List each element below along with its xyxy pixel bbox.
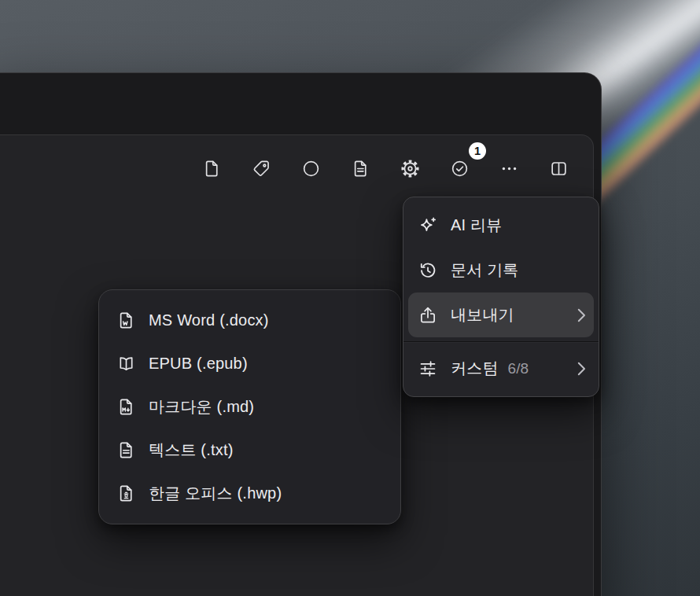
submenu-item-epub[interactable]: EPUB (.epub) bbox=[106, 342, 393, 385]
submenu-item-label: 텍스트 (.txt) bbox=[149, 440, 234, 461]
menu-item-export[interactable]: 내보내기 bbox=[408, 292, 594, 337]
new-file-button[interactable] bbox=[202, 159, 222, 178]
menu-item-label: 문서 기록 bbox=[451, 259, 519, 281]
book-open-icon bbox=[116, 354, 136, 373]
export-submenu: MS Word (.docx) EPUB (.epub) 마크다운 (. bbox=[98, 289, 401, 524]
chevron-right-icon bbox=[577, 308, 586, 322]
document-icon bbox=[351, 159, 370, 178]
custom-count: 6/8 bbox=[508, 360, 529, 377]
submenu-item-markdown[interactable]: 마크다운 (.md) bbox=[106, 385, 393, 429]
menu-item-label: 커스텀 bbox=[451, 358, 499, 379]
menu-item-ai-review[interactable]: AI 리뷰 bbox=[408, 203, 594, 248]
toolbar: 1 bbox=[0, 135, 593, 201]
overflow-menu: AI 리뷰 문서 기록 내보내기 bbox=[403, 197, 599, 397]
export-upload-icon bbox=[418, 305, 438, 326]
screen: 1 bbox=[0, 0, 700, 596]
split-view-icon bbox=[549, 159, 569, 178]
submenu-item-label: 마크다운 (.md) bbox=[149, 396, 254, 418]
more-options-button[interactable] bbox=[499, 159, 519, 178]
menu-item-document-history[interactable]: 문서 기록 bbox=[408, 248, 594, 292]
new-file-icon bbox=[202, 159, 222, 178]
tasks-check-button[interactable]: 1 bbox=[450, 159, 470, 178]
chevron-right-icon bbox=[577, 362, 586, 376]
sliders-icon bbox=[418, 359, 438, 379]
menu-item-label: AI 리뷰 bbox=[451, 215, 502, 236]
tag-icon bbox=[252, 159, 271, 178]
submenu-item-ms-word[interactable]: MS Word (.docx) bbox=[106, 299, 393, 342]
menu-item-label: 내보내기 bbox=[451, 304, 514, 326]
file-markdown-icon bbox=[116, 397, 136, 417]
tag-button[interactable] bbox=[252, 159, 271, 178]
submenu-item-hangul-office[interactable]: 한글 오피스 (.hwp) bbox=[106, 472, 393, 515]
check-circle-icon bbox=[450, 159, 470, 178]
gear-icon bbox=[400, 159, 420, 178]
submenu-item-label: 한글 오피스 (.hwp) bbox=[149, 483, 282, 504]
record-circle-button[interactable] bbox=[301, 159, 321, 178]
submenu-item-text[interactable]: 텍스트 (.txt) bbox=[106, 429, 393, 472]
submenu-item-label: EPUB (.epub) bbox=[149, 355, 248, 373]
notification-badge: 1 bbox=[469, 142, 486, 160]
history-clock-icon bbox=[418, 260, 438, 281]
file-hangul-icon bbox=[116, 484, 136, 503]
document-button[interactable] bbox=[351, 159, 370, 178]
window-titlebar bbox=[0, 73, 601, 134]
file-text-icon bbox=[116, 440, 136, 460]
menu-divider bbox=[403, 341, 599, 342]
menu-item-custom[interactable]: 커스텀 6/8 bbox=[408, 346, 594, 391]
split-view-button[interactable] bbox=[549, 159, 569, 178]
submenu-item-label: MS Word (.docx) bbox=[149, 311, 269, 329]
ai-sparkle-icon bbox=[418, 215, 438, 236]
file-word-icon bbox=[116, 311, 136, 330]
settings-button[interactable] bbox=[400, 159, 420, 178]
ellipsis-icon bbox=[499, 159, 519, 178]
circle-icon bbox=[301, 159, 321, 178]
